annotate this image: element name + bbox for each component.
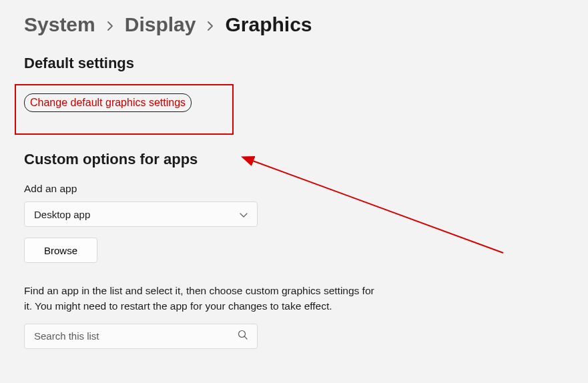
add-app-label: Add an app — [24, 183, 564, 195]
svg-line-1 — [244, 336, 247, 339]
default-settings-title: Default settings — [24, 55, 564, 72]
breadcrumb-system[interactable]: System — [24, 13, 95, 36]
search-icon — [238, 330, 248, 342]
dropdown-value: Desktop app — [34, 209, 90, 220]
annotation-highlight-box: Change default graphics settings — [15, 84, 234, 135]
chevron-right-icon — [106, 19, 114, 34]
search-list-box[interactable] — [24, 324, 258, 349]
custom-options-title: Custom options for apps — [24, 151, 564, 168]
app-type-dropdown[interactable]: Desktop app — [24, 202, 258, 227]
search-list-input[interactable] — [34, 330, 238, 342]
chevron-down-icon — [240, 209, 248, 220]
breadcrumb-current: Graphics — [225, 13, 312, 36]
breadcrumb-display[interactable]: Display — [125, 13, 196, 36]
browse-button[interactable]: Browse — [24, 238, 97, 263]
help-text: Find an app in the list and select it, t… — [24, 283, 378, 314]
chevron-right-icon — [206, 19, 214, 34]
change-default-graphics-link[interactable]: Change default graphics settings — [24, 93, 192, 112]
breadcrumb: System Display Graphics — [24, 13, 564, 36]
